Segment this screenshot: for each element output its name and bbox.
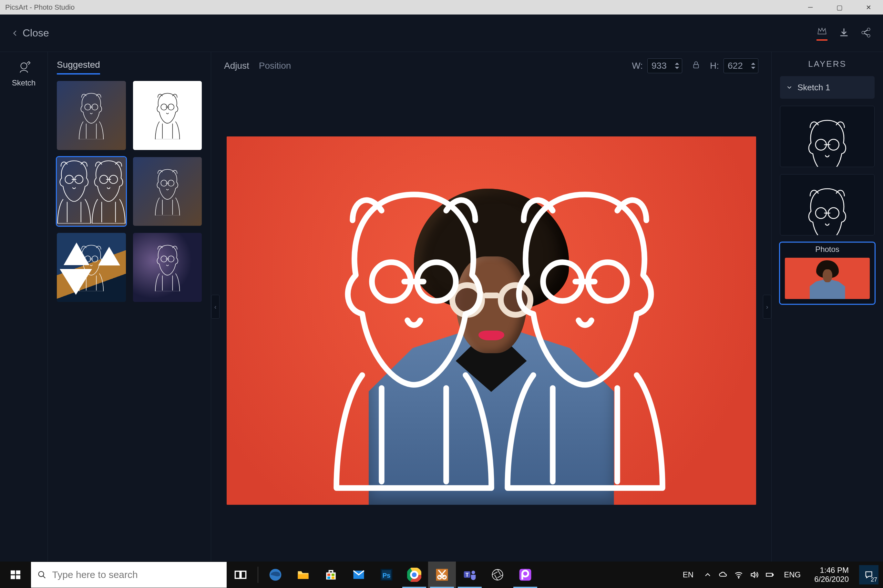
svg-rect-13 xyxy=(241,571,246,578)
preset-thumb-3[interactable] xyxy=(57,157,126,226)
taskbar-app-teams[interactable]: T xyxy=(456,561,484,588)
photoshop-icon: Ps xyxy=(379,568,394,582)
clock-time: 1:46 PM xyxy=(820,566,849,575)
windows-taskbar: Ps T EN ENG 1:46 PM 6/26/2020 27 xyxy=(0,561,883,588)
height-value: 622 xyxy=(728,61,743,71)
taskbar-app-edge[interactable] xyxy=(262,561,289,588)
chevron-left-icon xyxy=(12,30,19,37)
taskbar-app-mail[interactable] xyxy=(345,561,373,588)
snip-icon xyxy=(435,568,449,582)
share-button[interactable] xyxy=(860,27,871,39)
svg-text:T: T xyxy=(466,572,469,578)
window-title: PicsArt - Photo Studio xyxy=(5,3,75,12)
taskbar-app-picsart[interactable] xyxy=(511,561,539,588)
svg-rect-6 xyxy=(693,64,698,68)
taskbar-app-store[interactable] xyxy=(317,561,345,588)
preset-thumb-1[interactable] xyxy=(57,81,126,150)
svg-rect-15 xyxy=(298,574,308,579)
aspect-lock-button[interactable] xyxy=(692,61,700,71)
chevron-down-icon xyxy=(675,66,679,69)
maximize-button[interactable]: ▢ xyxy=(825,0,854,15)
search-icon xyxy=(38,570,47,580)
volume-icon[interactable] xyxy=(750,570,759,579)
task-view-button[interactable] xyxy=(227,561,254,588)
download-button[interactable] xyxy=(838,27,850,39)
onedrive-icon[interactable] xyxy=(719,570,728,579)
layer-sketch1[interactable]: Sketch 1 xyxy=(780,76,875,99)
store-icon xyxy=(324,568,338,582)
chevron-down-icon xyxy=(786,84,793,91)
notification-badge: 27 xyxy=(871,576,877,583)
taskbar-search-input[interactable] xyxy=(52,569,220,580)
share-icon xyxy=(860,27,871,38)
preset-thumb-2[interactable] xyxy=(133,81,202,150)
height-stepper[interactable] xyxy=(751,62,755,69)
layer-linework-1[interactable] xyxy=(780,106,875,167)
clock-date: 6/26/2020 xyxy=(814,575,849,584)
height-label: H: xyxy=(710,61,719,71)
app-header: Close xyxy=(0,15,883,52)
chevron-up-icon[interactable] xyxy=(703,570,712,579)
taskbar-app-photoshop[interactable]: Ps xyxy=(373,561,400,588)
input-lang-2[interactable]: ENG xyxy=(781,570,804,579)
preset-thumb-5[interactable] xyxy=(57,233,126,302)
layer-sketch1-label: Sketch 1 xyxy=(797,82,830,93)
close-button[interactable]: Close xyxy=(12,27,49,39)
download-icon xyxy=(838,27,850,38)
chevron-up-icon xyxy=(675,62,679,66)
svg-point-35 xyxy=(472,571,475,574)
width-label: W: xyxy=(632,61,643,71)
taskbar-app-snip[interactable] xyxy=(428,561,456,588)
preset-thumb-4[interactable] xyxy=(133,157,202,226)
panel-collapse-left[interactable]: ‹ xyxy=(211,295,220,319)
taskbar-app-explorer[interactable] xyxy=(289,561,317,588)
layer-photos-label: Photos xyxy=(780,243,874,256)
windows-icon xyxy=(10,569,21,580)
taskbar-search[interactable] xyxy=(31,562,227,588)
input-lang-1[interactable]: EN xyxy=(680,570,697,579)
svg-rect-42 xyxy=(773,574,773,576)
taskbar-app-photos[interactable] xyxy=(484,561,511,588)
svg-rect-17 xyxy=(327,573,330,576)
width-input[interactable]: 933 xyxy=(647,58,682,73)
layer-photos[interactable]: Photos xyxy=(780,243,875,304)
preset-thumb-6[interactable] xyxy=(133,233,202,302)
suggested-panel: Suggested xyxy=(48,52,211,561)
layers-panel: LAYERS Sketch 1 Photos xyxy=(771,52,883,561)
svg-point-4 xyxy=(867,34,870,37)
svg-rect-20 xyxy=(332,577,334,579)
svg-point-2 xyxy=(862,31,865,34)
sketch-icon xyxy=(17,60,31,75)
action-center-button[interactable]: 27 xyxy=(859,565,878,585)
panel-collapse-right[interactable]: › xyxy=(763,295,771,319)
svg-rect-9 xyxy=(11,575,15,579)
start-button[interactable] xyxy=(0,561,31,588)
wifi-icon[interactable] xyxy=(734,570,743,579)
close-window-button[interactable]: ✕ xyxy=(854,0,883,15)
svg-rect-8 xyxy=(16,571,21,574)
tab-position[interactable]: Position xyxy=(259,61,291,71)
width-stepper[interactable] xyxy=(675,62,679,69)
layer-linework-2[interactable] xyxy=(780,174,875,236)
aperture-icon xyxy=(490,568,505,582)
mail-icon xyxy=(352,568,366,582)
taskbar-app-chrome[interactable] xyxy=(400,561,428,588)
sketch-tool[interactable]: Sketch xyxy=(12,60,36,87)
crown-icon xyxy=(817,26,827,37)
minimize-button[interactable]: ─ xyxy=(796,0,825,15)
tab-adjust[interactable]: Adjust xyxy=(224,61,249,71)
teams-icon: T xyxy=(463,568,477,582)
canvas-stage xyxy=(211,80,771,561)
chevron-up-icon xyxy=(751,62,755,66)
controls-bar: Adjust Position W: 933 xyxy=(211,52,771,80)
taskbar-clock[interactable]: 1:46 PM 6/26/2020 xyxy=(810,566,853,584)
svg-point-5 xyxy=(21,63,27,69)
svg-point-11 xyxy=(38,572,44,577)
height-input[interactable]: 622 xyxy=(724,58,758,73)
edge-icon xyxy=(268,568,283,582)
canvas[interactable] xyxy=(227,136,756,505)
premium-button[interactable] xyxy=(817,26,827,40)
sketch-tool-label: Sketch xyxy=(12,78,36,87)
battery-icon[interactable] xyxy=(765,570,774,579)
folder-icon xyxy=(296,568,310,582)
